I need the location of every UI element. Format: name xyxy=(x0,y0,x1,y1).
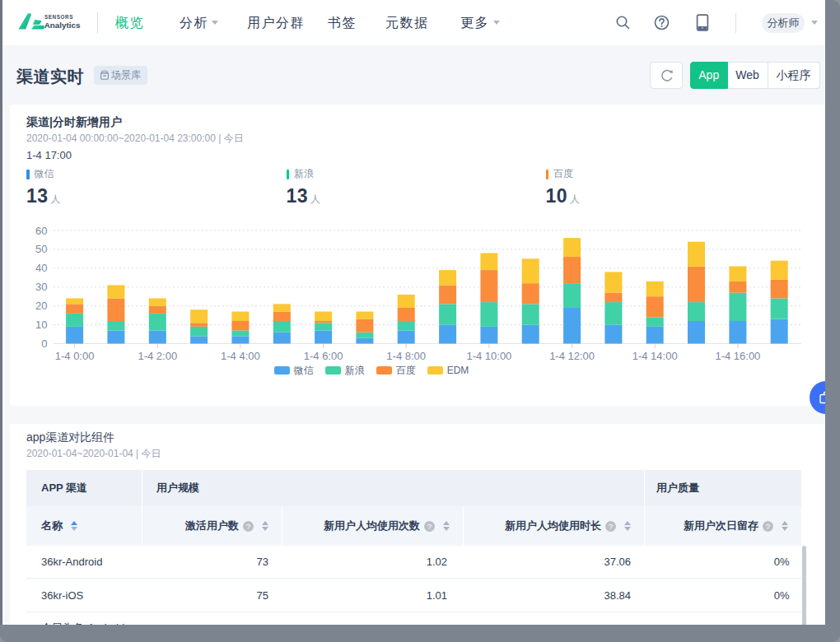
svg-text:1-4 8:00: 1-4 8:00 xyxy=(386,350,426,362)
svg-text:1-4 16:00: 1-4 16:00 xyxy=(715,350,760,362)
svg-text:20: 20 xyxy=(35,300,47,312)
svg-text:1-4 6:00: 1-4 6:00 xyxy=(304,350,343,362)
svg-text:1-4 4:00: 1-4 4:00 xyxy=(221,350,260,362)
svg-text:30: 30 xyxy=(35,281,47,293)
svg-text:1-4 12:00: 1-4 12:00 xyxy=(549,350,595,362)
svg-text:1-4 0:00: 1-4 0:00 xyxy=(55,350,95,362)
svg-text:1-4 10:00: 1-4 10:00 xyxy=(466,350,511,362)
svg-text:SENSORS: SENSORS xyxy=(44,14,73,20)
svg-text:0: 0 xyxy=(41,337,47,350)
svg-text:50: 50 xyxy=(35,243,47,255)
svg-text:60: 60 xyxy=(35,225,47,237)
svg-text:1-4 14:00: 1-4 14:00 xyxy=(632,350,678,362)
svg-text:1-4 2:00: 1-4 2:00 xyxy=(138,350,177,362)
svg-text:40: 40 xyxy=(35,262,47,274)
svg-text:Analytics: Analytics xyxy=(44,21,81,30)
svg-text:10: 10 xyxy=(35,319,47,331)
